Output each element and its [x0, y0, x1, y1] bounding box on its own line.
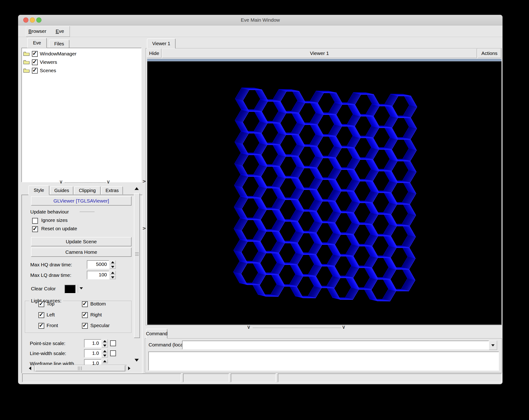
hide-button[interactable]: Hide: [147, 49, 161, 58]
ignore-sizes-label: Ignore sizes: [41, 217, 67, 223]
light-specular-label: Specular: [90, 322, 110, 329]
honeycomb-structure: [147, 62, 502, 325]
chevron-down-icon[interactable]: ∨: [59, 180, 63, 184]
light-bottom-label: Bottom: [90, 301, 106, 307]
splitter-dots[interactable]: [253, 328, 341, 328]
status-segment: [278, 373, 502, 382]
light-front-label: Front: [47, 322, 58, 329]
arrow-up-icon: [103, 350, 106, 352]
clear-color-label: Clear Color: [31, 285, 56, 292]
spin-up-button[interactable]: [102, 339, 108, 343]
tree-checkbox[interactable]: [32, 51, 38, 57]
spin-up-button[interactable]: [110, 271, 116, 275]
update-scene-button[interactable]: Update Scene: [31, 237, 132, 246]
tree-item-viewers[interactable]: Viewers: [23, 58, 135, 66]
light-bottom-checkbox[interactable]: [82, 301, 88, 307]
dropdown-arrow-icon[interactable]: [80, 287, 83, 289]
color-swatch[interactable]: [65, 285, 76, 294]
max-lq-field[interactable]: 100: [87, 271, 109, 279]
command-input[interactable]: [182, 341, 489, 349]
command-history[interactable]: [148, 352, 499, 371]
status-segment: [22, 373, 181, 382]
line-width-field[interactable]: 1.0: [84, 349, 101, 358]
light-top-checkbox[interactable]: [39, 301, 44, 307]
spin-down-button[interactable]: [102, 343, 108, 347]
titlebar[interactable]: Eve Main Window: [18, 15, 503, 25]
tree-item-label: Viewers: [40, 59, 57, 65]
menu-browser[interactable]: Browser: [28, 26, 46, 36]
chevron-down-icon[interactable]: ∨: [247, 325, 251, 329]
spin-up-button[interactable]: [110, 260, 116, 264]
scroll-left-icon[interactable]: [29, 367, 31, 370]
tab-command[interactable]: Command: [146, 329, 167, 339]
max-lq-label: Max LQ draw time:: [30, 272, 71, 278]
tab-clipping[interactable]: Clipping: [74, 186, 101, 195]
arrow-up-icon: [111, 272, 114, 274]
max-hq-field[interactable]: 5000: [87, 260, 109, 269]
vscrollbar-thumb[interactable]: [134, 193, 140, 338]
folder-icon: [23, 52, 30, 56]
arrow-up-icon: [103, 340, 106, 342]
tab-style[interactable]: Style: [28, 185, 49, 195]
reset-on-update-label: Reset on update: [41, 225, 77, 232]
command-dropdown-button[interactable]: [489, 341, 497, 350]
tree-item-windowmanager[interactable]: WindowManager: [23, 50, 135, 58]
line-width-checkbox[interactable]: [110, 350, 116, 356]
spin-up-button[interactable]: [102, 359, 108, 363]
point-size-label: Point-size scale:: [30, 340, 66, 347]
point-size-field[interactable]: 1.0: [84, 339, 101, 348]
screen: Eve Main Window Browser Eve Eve Files Wi…: [0, 0, 529, 420]
scroll-down-icon[interactable]: [134, 359, 139, 362]
tree-item-label: Scenes: [40, 68, 56, 73]
status-segment: [183, 373, 229, 382]
spin-down-button[interactable]: [110, 275, 116, 279]
tree-item-scenes[interactable]: Scenes: [23, 66, 135, 75]
camera-home-button[interactable]: Camera Home: [31, 248, 132, 257]
spin-up-button[interactable]: [102, 349, 108, 353]
max-hq-label: Max HQ draw time:: [30, 262, 72, 268]
status-segment: [231, 373, 276, 382]
dropdown-arrow-icon: [491, 344, 495, 346]
arrow-down-icon: [111, 276, 114, 278]
divider: [80, 212, 94, 212]
menubar: Browser Eve: [18, 25, 503, 37]
splitter-dots[interactable]: [65, 182, 106, 183]
reset-on-update-checkbox[interactable]: [32, 226, 38, 232]
spin-down-button[interactable]: [110, 265, 116, 269]
ignore-sizes-checkbox[interactable]: [32, 218, 38, 224]
tab-eve[interactable]: Eve: [27, 38, 47, 48]
light-front-checkbox[interactable]: [39, 323, 44, 329]
light-top-label: Top: [47, 301, 54, 307]
tree-checkbox[interactable]: [32, 68, 38, 74]
chevron-down-icon[interactable]: ∨: [342, 325, 345, 329]
arrow-up-icon: [111, 261, 114, 263]
actions-button[interactable]: Actions: [478, 49, 501, 58]
folder-icon: [23, 60, 30, 65]
tree-checkbox[interactable]: [32, 59, 38, 65]
glviewer-button[interactable]: GLViewer [TGLSAViewer]: [31, 196, 132, 206]
menu-eve[interactable]: Eve: [56, 26, 64, 36]
spin-down-button[interactable]: [102, 354, 108, 357]
viewer-title-bar[interactable]: Viewer 1: [162, 49, 477, 58]
gl-viewport[interactable]: [147, 61, 502, 325]
menu-box: Browser Eve: [26, 26, 70, 37]
update-behaviour-label: Update behaviour: [30, 209, 69, 215]
chevron-down-icon[interactable]: ∨: [106, 180, 110, 184]
tab-guides[interactable]: Guides: [50, 186, 73, 195]
point-size-checkbox[interactable]: [110, 340, 116, 346]
arrow-up-icon: [103, 360, 106, 362]
light-right-checkbox[interactable]: [82, 312, 88, 318]
hscrollbar-thumb[interactable]: [35, 365, 125, 371]
grip-icon: [135, 252, 139, 256]
tab-files[interactable]: Files: [49, 39, 69, 48]
light-right-label: Right: [90, 312, 102, 318]
light-left-checkbox[interactable]: [39, 312, 44, 318]
scroll-right-icon[interactable]: [128, 367, 130, 370]
tab-extras[interactable]: Extras: [101, 186, 123, 195]
tab-viewer-1[interactable]: Viewer 1: [147, 39, 176, 49]
scroll-up-icon[interactable]: [134, 187, 139, 190]
eve-main-window: Eve Main Window Browser Eve Eve Files Wi…: [18, 15, 503, 384]
window-title: Eve Main Window: [18, 15, 503, 25]
arrow-down-icon: [103, 354, 106, 357]
light-specular-checkbox[interactable]: [82, 323, 88, 329]
